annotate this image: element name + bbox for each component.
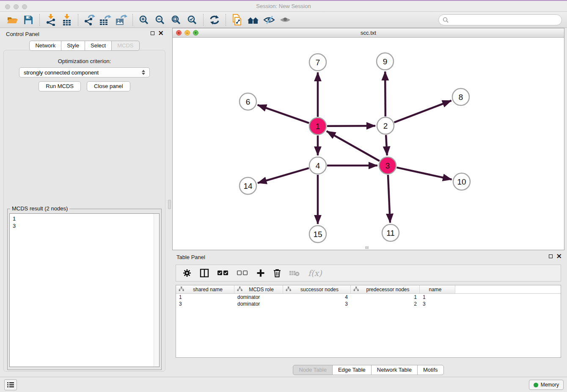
export-table-icon[interactable] bbox=[97, 13, 113, 27]
table-cell[interactable]: 1 bbox=[351, 294, 420, 301]
zoom-in-icon[interactable] bbox=[136, 13, 152, 27]
minimize-window-button[interactable] bbox=[14, 4, 19, 9]
graph-node-11[interactable]: 11 bbox=[382, 224, 399, 241]
deselect-all-checkboxes-icon[interactable] bbox=[237, 270, 248, 276]
table-cell[interactable]: 3 bbox=[283, 301, 351, 307]
save-icon[interactable] bbox=[20, 13, 36, 27]
hierarchy-icon bbox=[353, 287, 359, 293]
search-input[interactable] bbox=[451, 17, 558, 23]
table-cell[interactable]: 2 bbox=[351, 301, 420, 307]
export-network-icon[interactable] bbox=[81, 13, 97, 27]
table-cell[interactable]: 3 bbox=[420, 301, 455, 307]
graph-edge-3-10[interactable] bbox=[396, 168, 451, 179]
close-panel-button[interactable]: Close panel bbox=[87, 81, 130, 91]
graph-node-4[interactable]: 4 bbox=[309, 157, 326, 174]
graph-node-9[interactable]: 9 bbox=[377, 53, 394, 70]
zoom-selected-icon[interactable] bbox=[184, 13, 200, 27]
table-cell[interactable]: dominator bbox=[234, 294, 283, 301]
graph-node-label: 15 bbox=[313, 230, 322, 239]
add-row-icon[interactable] bbox=[256, 269, 265, 277]
graph-node-2[interactable]: 2 bbox=[377, 117, 394, 134]
result-scrollbar[interactable] bbox=[154, 214, 159, 367]
column-header-successor-nodes[interactable]: successor nodes bbox=[283, 285, 351, 293]
refresh-icon[interactable] bbox=[206, 13, 223, 27]
tab-edge-table[interactable]: Edge Table bbox=[332, 365, 372, 375]
tab-select[interactable]: Select bbox=[85, 41, 112, 51]
memory-status-icon bbox=[534, 383, 538, 387]
hierarchy-icon bbox=[286, 287, 291, 293]
memory-button[interactable]: Memory bbox=[529, 380, 564, 390]
eye-icon[interactable] bbox=[277, 13, 293, 27]
network-canvas[interactable]: 7968124314101511 bbox=[173, 38, 564, 250]
tab-motifs[interactable]: Motifs bbox=[417, 365, 444, 375]
run-mcds-button[interactable]: Run MCDS bbox=[39, 81, 81, 91]
graph-node-8[interactable]: 8 bbox=[452, 88, 469, 105]
close-window-button[interactable] bbox=[5, 4, 10, 9]
tab-node-table[interactable]: Node Table bbox=[293, 365, 333, 375]
select-all-checkboxes-icon[interactable] bbox=[217, 270, 228, 276]
graph-edge-1-2[interactable] bbox=[327, 126, 375, 126]
column-header-name[interactable]: name bbox=[420, 285, 455, 293]
table-cell[interactable]: 3 bbox=[176, 301, 234, 307]
table-row[interactable]: 3dominator323 bbox=[176, 301, 561, 307]
table-row[interactable]: 1dominator411 bbox=[176, 294, 561, 301]
delete-row-icon[interactable] bbox=[273, 269, 281, 277]
import-table-icon[interactable] bbox=[59, 13, 75, 27]
resize-grip[interactable] bbox=[365, 246, 369, 249]
graph-edge-2-9[interactable] bbox=[385, 72, 385, 116]
table-tabs: Node TableEdge TableNetwork TableMotifs bbox=[172, 365, 564, 375]
splitter-handle[interactable] bbox=[168, 200, 171, 209]
tab-mcds[interactable]: MCDS bbox=[111, 41, 139, 51]
criterion-select[interactable]: strongly connected component bbox=[19, 67, 150, 77]
import-network-icon[interactable] bbox=[43, 13, 59, 27]
task-history-button[interactable] bbox=[4, 379, 17, 390]
home-icon[interactable] bbox=[245, 13, 261, 27]
graph-node-1[interactable]: 1 bbox=[309, 118, 326, 135]
export-image-icon[interactable] bbox=[113, 13, 129, 27]
graph-node-3[interactable]: 3 bbox=[379, 157, 396, 174]
tab-network[interactable]: Network bbox=[29, 41, 61, 51]
close-network-button[interactable]: × bbox=[176, 30, 182, 36]
eye-slash-icon[interactable] bbox=[261, 13, 277, 27]
window-traffic-lights[interactable] bbox=[5, 4, 27, 9]
maximize-window-button[interactable] bbox=[22, 4, 27, 9]
toolbar-separator bbox=[226, 14, 226, 26]
table-cell[interactable]: 1 bbox=[176, 294, 234, 301]
node-table: shared nameMCDS rolesuccessor nodesprede… bbox=[176, 285, 561, 358]
graph-node-14[interactable]: 14 bbox=[239, 177, 256, 194]
maximize-network-button[interactable]: + bbox=[193, 30, 198, 36]
column-header-mcds-role[interactable]: MCDS role bbox=[234, 285, 283, 293]
graph-node-label: 1 bbox=[316, 122, 320, 131]
minimize-network-button[interactable]: − bbox=[184, 30, 190, 36]
close-table-panel-icon[interactable]: ⨯ bbox=[556, 254, 562, 259]
float-panel-icon[interactable] bbox=[151, 31, 154, 35]
toggle-columns-icon[interactable] bbox=[200, 269, 209, 277]
table-cell[interactable]: 4 bbox=[283, 294, 351, 301]
network-window-title: scc.txt bbox=[361, 30, 376, 36]
graph-node-label: 3 bbox=[385, 161, 390, 170]
zoom-out-icon[interactable] bbox=[152, 13, 168, 27]
graph-edge-4-14[interactable] bbox=[258, 168, 309, 183]
float-table-panel-icon[interactable] bbox=[549, 254, 553, 258]
tab-style[interactable]: Style bbox=[61, 41, 85, 51]
open-folder-icon[interactable] bbox=[4, 13, 20, 27]
graph-edge-2-8[interactable] bbox=[394, 101, 451, 123]
copy-network-icon[interactable] bbox=[229, 13, 245, 27]
settings-gear-icon[interactable] bbox=[183, 269, 191, 277]
graph-edge-3-11[interactable] bbox=[388, 175, 390, 223]
graph-node-6[interactable]: 6 bbox=[239, 93, 256, 110]
graph-node-15[interactable]: 15 bbox=[309, 226, 326, 243]
graph-node-7[interactable]: 7 bbox=[309, 54, 326, 71]
graph-edge-1-6[interactable] bbox=[258, 105, 309, 123]
graph-edge-3-1[interactable] bbox=[327, 131, 380, 161]
graph-node-10[interactable]: 10 bbox=[453, 173, 470, 190]
graph-edge-2-3[interactable] bbox=[386, 135, 387, 155]
graph-node-label: 10 bbox=[457, 177, 466, 186]
zoom-fit-icon[interactable] bbox=[168, 13, 184, 27]
table-cell[interactable]: dominator bbox=[234, 301, 283, 307]
table-cell[interactable]: 1 bbox=[420, 294, 455, 301]
tab-network-table[interactable]: Network Table bbox=[371, 365, 418, 375]
column-header-predecessor-nodes[interactable]: predecessor nodes bbox=[351, 285, 420, 293]
column-header-shared-name[interactable]: shared name bbox=[176, 285, 234, 293]
close-panel-icon[interactable]: ⨯ bbox=[158, 30, 164, 36]
